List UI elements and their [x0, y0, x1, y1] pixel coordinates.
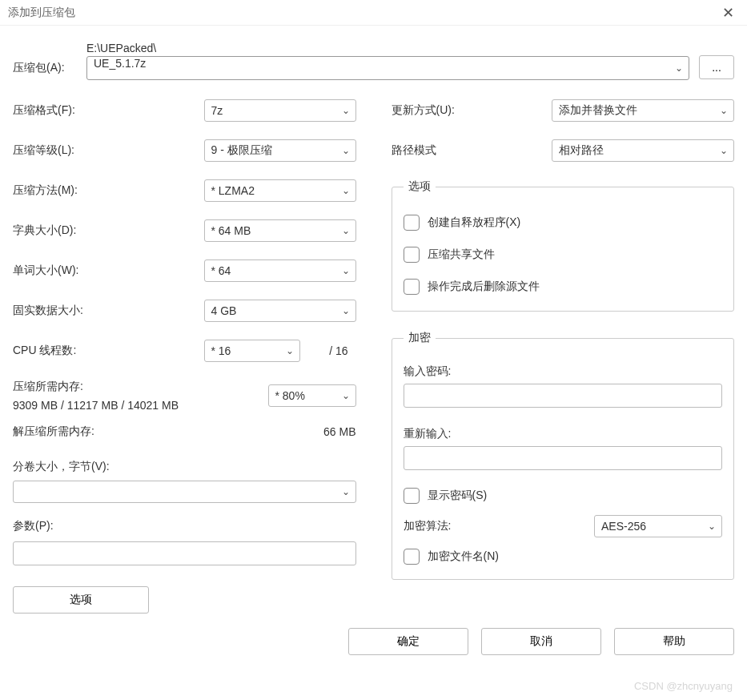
dict-value: * 64 MB	[204, 219, 356, 242]
shared-label: 压缩共享文件	[428, 247, 495, 262]
threads-value: * 16	[204, 340, 300, 362]
delete-label: 操作完成后删除源文件	[428, 280, 540, 294]
compress-mem-row: 压缩所需内存: 9309 MB / 11217 MB / 14021 MB * …	[13, 380, 356, 412]
format-label: 压缩格式(F):	[13, 103, 196, 118]
method-value: * LZMA2	[204, 179, 356, 202]
path-mode-value: 相对路径	[552, 139, 735, 162]
button-row: 确定 取消 帮助	[0, 620, 747, 655]
decompress-mem-row: 解压缩所需内存: 66 MB	[13, 424, 356, 439]
dict-label: 字典大小(D):	[13, 223, 196, 238]
window-title: 添加到压缩包	[8, 6, 75, 20]
update-value: 添加并替换文件	[552, 99, 735, 122]
solid-value: 4 GB	[204, 300, 356, 322]
path-mode-select[interactable]: 相对路径 ⌄	[552, 139, 735, 162]
sfx-label: 创建自释放程序(X)	[428, 215, 521, 230]
sfx-checkbox[interactable]	[404, 215, 420, 231]
ok-button[interactable]: 确定	[348, 628, 468, 655]
format-value: 7z	[204, 99, 356, 122]
mem-percent-select[interactable]: * 80% ⌄	[268, 384, 356, 407]
password-label: 输入密码:	[404, 364, 723, 379]
archive-name-value: UE_5.1.7z	[86, 56, 689, 80]
dict-select[interactable]: * 64 MB ⌄	[204, 219, 356, 242]
browse-button[interactable]: ...	[699, 55, 734, 79]
threads-label: CPU 线程数:	[13, 344, 196, 358]
dialog-content: 压缩包(A): E:\UEPacked\ UE_5.1.7z ⌄ ... 压缩格…	[0, 26, 747, 620]
encrypt-names-checkbox[interactable]	[404, 549, 420, 565]
decompress-mem-label: 解压缩所需内存:	[13, 424, 94, 439]
delete-checkbox[interactable]	[404, 279, 420, 295]
threads-select[interactable]: * 16 ⌄	[204, 340, 300, 362]
options-group: 选项 创建自释放程序(X) 压缩共享文件 操作完成后删除源文件	[392, 179, 735, 312]
compress-mem-label: 压缩所需内存:	[13, 380, 260, 394]
encrypt-names-label: 加密文件名(N)	[428, 549, 499, 564]
solid-label: 固实数据大小:	[13, 304, 196, 318]
password-input[interactable]	[404, 384, 723, 408]
algo-value: AES-256	[594, 515, 722, 537]
params-label: 参数(P):	[13, 519, 356, 533]
solid-select[interactable]: 4 GB ⌄	[204, 300, 356, 322]
options-legend: 选项	[404, 179, 436, 194]
encryption-legend: 加密	[404, 331, 436, 345]
word-select[interactable]: * 64 ⌄	[204, 259, 356, 282]
level-label: 压缩等级(L):	[13, 143, 196, 158]
close-icon[interactable]: ✕	[717, 4, 739, 22]
archive-name-select[interactable]: UE_5.1.7z ⌄	[86, 56, 689, 80]
watermark: CSDN @zhcnyuyang	[634, 680, 733, 692]
decompress-mem-value: 66 MB	[323, 425, 355, 438]
method-select[interactable]: * LZMA2 ⌄	[204, 179, 356, 202]
params-input[interactable]	[13, 541, 356, 565]
archive-path: E:\UEPacked\	[86, 42, 689, 54]
volume-select[interactable]: ⌄	[13, 481, 356, 503]
encryption-group: 加密 输入密码: 重新输入: 显示密码(S) 加密算法: AES-256 ⌄	[392, 331, 735, 580]
show-password-label: 显示密码(S)	[428, 489, 488, 503]
right-column: 更新方式(U): 添加并替换文件 ⌄ 路径模式 相对路径 ⌄ 选项 创建自释放程…	[392, 99, 735, 614]
format-select[interactable]: 7z ⌄	[204, 99, 356, 122]
level-select[interactable]: 9 - 极限压缩 ⌄	[204, 139, 356, 162]
archive-label: 压缩包(A):	[13, 61, 77, 80]
password2-input[interactable]	[404, 446, 723, 470]
threads-total: / 16	[308, 344, 348, 357]
path-mode-label: 路径模式	[392, 143, 544, 158]
archive-path-block: E:\UEPacked\ UE_5.1.7z ⌄	[86, 42, 689, 80]
level-value: 9 - 极限压缩	[204, 139, 356, 162]
shared-checkbox[interactable]	[404, 247, 420, 263]
columns: 压缩格式(F): 7z ⌄ 压缩等级(L): 9 - 极限压缩 ⌄ 压缩方法(M…	[13, 99, 734, 614]
update-select[interactable]: 添加并替换文件 ⌄	[552, 99, 735, 122]
password2-label: 重新输入:	[404, 427, 723, 441]
compress-mem-value: 9309 MB / 11217 MB / 14021 MB	[13, 399, 260, 412]
options-button[interactable]: 选项	[13, 586, 149, 614]
volume-value	[13, 481, 356, 503]
word-value: * 64	[204, 259, 356, 282]
word-label: 单词大小(W):	[13, 264, 196, 278]
show-password-checkbox[interactable]	[404, 488, 420, 504]
titlebar: 添加到压缩包 ✕	[0, 0, 747, 26]
method-label: 压缩方法(M):	[13, 183, 196, 198]
algo-label: 加密算法:	[404, 519, 587, 533]
help-button[interactable]: 帮助	[614, 628, 734, 655]
update-label: 更新方式(U):	[392, 103, 544, 118]
archive-row: 压缩包(A): E:\UEPacked\ UE_5.1.7z ⌄ ...	[13, 42, 734, 80]
algo-select[interactable]: AES-256 ⌄	[594, 515, 722, 537]
mem-percent-value: * 80%	[268, 384, 356, 407]
cancel-button[interactable]: 取消	[481, 628, 601, 655]
left-column: 压缩格式(F): 7z ⌄ 压缩等级(L): 9 - 极限压缩 ⌄ 压缩方法(M…	[13, 99, 356, 614]
volume-label: 分卷大小，字节(V):	[13, 460, 356, 474]
